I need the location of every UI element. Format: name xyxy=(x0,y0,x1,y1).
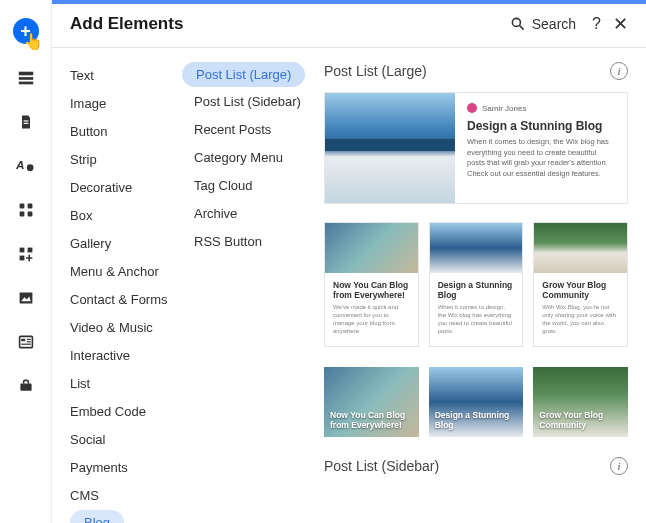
svg-rect-21 xyxy=(20,384,31,391)
app-root: + 👆 A Add Elements xyxy=(0,0,646,523)
svg-rect-11 xyxy=(19,248,24,253)
card-title: Now You Can Blog from Everywhere! xyxy=(330,410,413,430)
category-item[interactable]: Blog xyxy=(70,510,124,523)
grid-card[interactable]: Grow Your Blog CommunityWith Wix Blog, y… xyxy=(533,222,628,347)
category-item[interactable]: Gallery xyxy=(70,230,121,257)
design-icon[interactable]: A xyxy=(16,156,36,176)
card-body: We've made it quick and convenient for y… xyxy=(333,304,410,335)
sections-icon[interactable] xyxy=(16,68,36,88)
section-header-large: Post List (Large) i xyxy=(324,62,628,80)
panel-title: Add Elements xyxy=(70,14,183,34)
subcategory-item[interactable]: Post List (Sidebar) xyxy=(182,88,313,115)
svg-rect-10 xyxy=(27,212,32,217)
svg-rect-20 xyxy=(21,344,31,345)
info-icon[interactable]: i xyxy=(610,457,628,475)
card-image xyxy=(430,223,523,273)
post-list-overlay-preview[interactable]: Now You Can Blog from Everywhere!Design … xyxy=(324,367,628,437)
svg-rect-12 xyxy=(27,248,32,253)
section-title: Post List (Large) xyxy=(324,63,427,79)
panel-header: Add Elements Search ? ✕ xyxy=(52,0,646,48)
category-list: TextImageButtonStripDecorativeBoxGallery… xyxy=(52,48,182,523)
search-icon xyxy=(510,16,526,32)
plus-icon: + xyxy=(20,21,31,42)
section-header-sidebar: Post List (Sidebar) i xyxy=(324,457,628,475)
business-icon[interactable] xyxy=(16,376,36,396)
category-item[interactable]: List xyxy=(70,370,100,397)
category-item[interactable]: Strip xyxy=(70,146,107,173)
card-body: With Wix Blog, you're not only sharing y… xyxy=(542,304,619,335)
card-body: When it comes to design, the Wix blog ha… xyxy=(438,304,515,335)
card-image xyxy=(325,223,418,273)
subcategory-item[interactable]: Post List (Large) xyxy=(182,62,305,87)
category-item[interactable]: Social xyxy=(70,426,115,453)
author-row: Samir Jones xyxy=(467,103,615,113)
subcategory-list: Post List (Large)Post List (Sidebar)Rece… xyxy=(182,48,324,523)
subcategory-item[interactable]: Recent Posts xyxy=(182,116,283,143)
add-elements-button[interactable]: + 👆 xyxy=(13,18,39,44)
svg-rect-18 xyxy=(26,339,30,340)
preview-text: Samir Jones Design a Stunning Blog When … xyxy=(455,93,627,203)
svg-rect-4 xyxy=(23,123,28,124)
help-button[interactable]: ? xyxy=(592,15,601,33)
svg-line-23 xyxy=(519,25,523,29)
subcategory-item[interactable]: Tag Cloud xyxy=(182,172,265,199)
elements-panel: Add Elements Search ? ✕ TextImageButtonS… xyxy=(52,0,646,523)
overlay-card[interactable]: Grow Your Blog Community xyxy=(533,367,628,437)
category-item[interactable]: CMS xyxy=(70,482,109,509)
section-title: Post List (Sidebar) xyxy=(324,458,439,474)
addons-icon[interactable] xyxy=(16,244,36,264)
category-item[interactable]: Interactive xyxy=(70,342,140,369)
svg-rect-14 xyxy=(19,292,32,303)
card-title: Now You Can Blog from Everywhere! xyxy=(333,280,410,300)
card-text: Now You Can Blog from Everywhere!We've m… xyxy=(325,273,418,346)
svg-text:A: A xyxy=(16,158,24,171)
post-list-grid-preview[interactable]: Now You Can Blog from Everywhere!We've m… xyxy=(324,222,628,347)
svg-rect-9 xyxy=(19,212,24,217)
card-text: Design a Stunning BlogWhen it comes to d… xyxy=(430,273,523,346)
svg-rect-7 xyxy=(19,204,24,209)
category-item[interactable]: Menu & Anchor xyxy=(70,258,169,285)
svg-rect-2 xyxy=(18,82,32,85)
subcategory-item[interactable]: RSS Button xyxy=(182,228,274,255)
category-item[interactable]: Box xyxy=(70,202,102,229)
content-icon[interactable] xyxy=(16,332,36,352)
svg-point-22 xyxy=(512,18,520,26)
category-item[interactable]: Payments xyxy=(70,454,138,481)
card-body: When it comes to design, the Wix blog ha… xyxy=(467,137,615,179)
card-title: Grow Your Blog Community xyxy=(539,410,622,430)
info-icon[interactable]: i xyxy=(610,62,628,80)
category-item[interactable]: Decorative xyxy=(70,174,142,201)
category-item[interactable]: Video & Music xyxy=(70,314,163,341)
top-accent-bar xyxy=(52,0,646,4)
svg-rect-3 xyxy=(23,120,28,121)
apps-icon[interactable] xyxy=(16,200,36,220)
panel-body: TextImageButtonStripDecorativeBoxGallery… xyxy=(52,48,646,523)
category-item[interactable]: Button xyxy=(70,118,118,145)
subcategory-item[interactable]: Category Menu xyxy=(182,144,295,171)
svg-rect-8 xyxy=(27,204,32,209)
svg-rect-17 xyxy=(21,339,25,341)
author-name: Samir Jones xyxy=(482,104,526,113)
search-button[interactable]: Search xyxy=(510,16,576,32)
pages-icon[interactable] xyxy=(16,112,36,132)
svg-rect-19 xyxy=(26,341,30,342)
post-list-large-preview[interactable]: Samir Jones Design a Stunning Blog When … xyxy=(324,92,628,204)
grid-card[interactable]: Now You Can Blog from Everywhere!We've m… xyxy=(324,222,419,347)
avatar xyxy=(467,103,477,113)
left-rail: + 👆 A xyxy=(0,0,52,523)
card-image xyxy=(534,223,627,273)
grid-card[interactable]: Design a Stunning BlogWhen it comes to d… xyxy=(429,222,524,347)
overlay-card[interactable]: Now You Can Blog from Everywhere! xyxy=(324,367,419,437)
close-button[interactable]: ✕ xyxy=(613,13,628,35)
category-item[interactable]: Image xyxy=(70,90,116,117)
category-item[interactable]: Text xyxy=(70,62,104,89)
card-title: Design a Stunning Blog xyxy=(438,280,515,300)
media-icon[interactable] xyxy=(16,288,36,308)
svg-rect-13 xyxy=(19,256,24,261)
preview-image xyxy=(325,93,455,203)
category-item[interactable]: Contact & Forms xyxy=(70,286,178,313)
card-text: Grow Your Blog CommunityWith Wix Blog, y… xyxy=(534,273,627,346)
subcategory-item[interactable]: Archive xyxy=(182,200,249,227)
overlay-card[interactable]: Design a Stunning Blog xyxy=(429,367,524,437)
category-item[interactable]: Embed Code xyxy=(70,398,156,425)
